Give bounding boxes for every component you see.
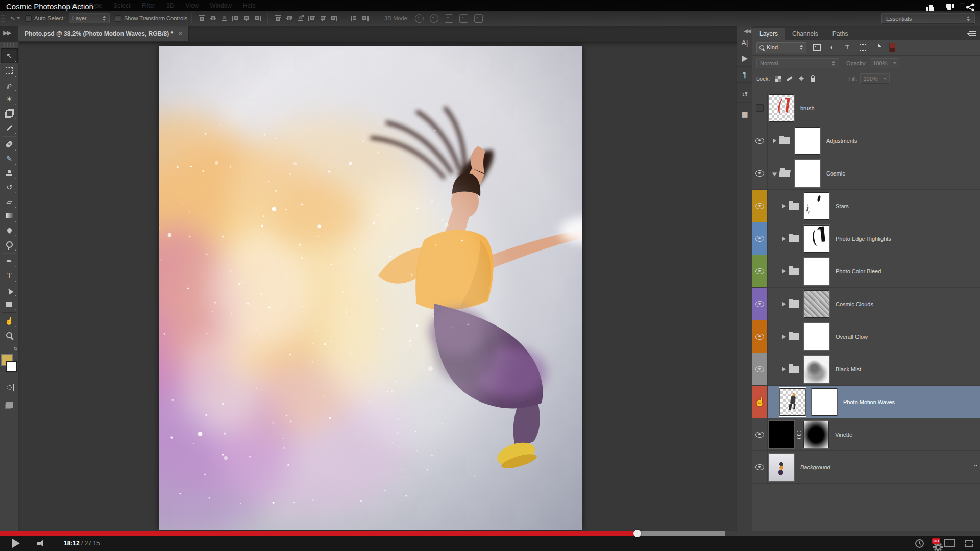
layer-row-vinette[interactable]: Vinette [752,418,980,451]
distribute-bottom-icon[interactable] [297,15,304,22]
swap-colors-icon[interactable]: ⇅ [6,346,17,352]
theater-mode-icon[interactable] [944,539,955,547]
panel-menu-icon[interactable] [968,30,976,36]
opacity-value[interactable]: 100% [870,58,899,68]
workspace-button[interactable]: Essentials [881,13,975,24]
align-bottom-icon[interactable] [220,15,228,22]
blur-tool[interactable] [1,223,17,237]
menu-view[interactable]: View [185,2,199,9]
character-panel-icon[interactable]: A| [737,35,752,51]
layer-color-label[interactable] [752,288,768,320]
menu-select[interactable]: Select [113,2,130,9]
filter-type-layers-icon[interactable]: T [842,43,852,52]
group-thumbnail[interactable] [795,160,820,187]
distribute-spacing-v-icon[interactable] [361,15,369,22]
visibility-toggle[interactable] [752,92,768,124]
3d-roll-icon[interactable] [430,14,438,23]
layer-name[interactable]: Photo Edge Highlights [836,236,891,242]
lock-transparency-icon[interactable] [774,75,781,82]
thumbs-up-icon[interactable] [926,4,935,11]
layer-mask-thumbnail[interactable] [812,388,837,416]
visibility-toggle[interactable] [752,418,768,450]
group-thumbnail[interactable] [804,290,829,318]
align-horizontal-center-icon[interactable] [243,15,251,22]
eye-icon[interactable] [755,334,764,340]
layer-color-label[interactable] [752,190,768,222]
paragraph-panel-icon[interactable]: ¶ [737,67,752,83]
layer-row-black-mist[interactable]: Black Mist [752,353,980,386]
kind-filter-dropdown[interactable]: Kind [756,42,806,53]
3d-drag-icon[interactable] [445,14,453,23]
lock-all-icon[interactable] [809,75,817,82]
spot-healing-tool[interactable] [1,137,17,152]
expand-caret-icon[interactable] [782,302,786,307]
group-thumbnail[interactable] [795,127,820,155]
tab-channels[interactable]: Channels [785,28,825,40]
align-vertical-center-icon[interactable] [209,15,217,22]
layer-row-overall-glow[interactable]: Overall Glow [752,320,980,353]
expand-caret-icon[interactable] [782,204,786,209]
distribute-spacing-h-icon[interactable] [350,15,358,22]
eye-icon[interactable] [755,236,764,242]
eye-icon[interactable] [755,170,764,177]
filter-toggle-switch[interactable] [889,43,895,52]
hand-tool[interactable]: ☝ [1,314,17,328]
align-top-icon[interactable] [198,15,206,22]
layer-thumbnail[interactable] [769,421,794,448]
distribute-vertical-center-icon[interactable] [285,15,293,22]
filter-adjustment-layers-icon[interactable]: ◐ [827,43,837,52]
layer-name[interactable]: Photo Motion Waves [843,399,895,405]
layer-row-photo-edge-highlights[interactable]: Photo Edge Highlights [752,222,980,255]
gradient-tool[interactable] [1,209,17,223]
volume-button[interactable] [37,540,45,547]
play-button[interactable] [12,539,20,548]
layer-name[interactable]: Cosmic Clouds [836,301,873,307]
eye-icon[interactable] [755,432,764,438]
layer-row-adjustments[interactable]: Adjustments [752,124,980,157]
collapse-caret-icon[interactable] [772,172,777,176]
tab-close-icon[interactable]: × [178,30,182,37]
align-right-icon[interactable] [254,15,262,22]
menu-window[interactable]: Window [210,2,232,9]
layer-name[interactable]: brush [800,105,815,111]
layer-name[interactable]: Photo Color Bleed [836,268,881,274]
layer-color-label[interactable] [752,222,768,255]
dock-collapse-icon[interactable]: ◀◀ [737,26,752,35]
quick-selection-tool[interactable]: ✶ [1,92,17,106]
3d-rotate-icon[interactable] [415,14,424,23]
lock-pixels-icon[interactable] [786,75,793,82]
layer-comps-panel-icon[interactable]: ▦ [737,107,752,122]
blend-mode-dropdown[interactable]: Normal [756,58,839,68]
menu-3d[interactable]: 3D [166,2,174,9]
dodge-tool[interactable] [1,237,17,252]
actions-panel-icon[interactable] [737,51,752,67]
clone-stamp-tool[interactable] [1,166,17,180]
expand-caret-icon[interactable] [782,334,786,339]
layer-color-label[interactable] [752,255,768,287]
distribute-left-icon[interactable] [308,15,315,22]
group-thumbnail[interactable] [804,225,829,253]
visibility-toggle[interactable] [752,157,768,189]
filter-smart-objects-icon[interactable] [873,43,883,52]
layer-thumbnail[interactable] [769,94,794,122]
align-left-icon[interactable] [232,15,239,22]
distribute-top-icon[interactable] [274,15,282,22]
eye-icon[interactable] [755,138,764,144]
group-thumbnail[interactable] [804,258,829,285]
layer-row-cosmic[interactable]: Cosmic [752,157,980,190]
visibility-toggle[interactable] [752,124,768,157]
distribute-right-icon[interactable] [330,15,338,22]
auto-select-checkbox[interactable] [25,15,32,22]
menu-help[interactable]: Help [243,2,256,9]
distribute-horizontal-center-icon[interactable] [319,15,327,22]
layer-row-cosmic-clouds[interactable]: Cosmic Clouds [752,288,980,320]
quick-mask-button[interactable] [1,380,17,394]
visibility-toggle[interactable] [752,451,768,483]
3d-scale-icon[interactable] [474,14,483,23]
history-brush-tool[interactable]: ↺ [1,180,17,194]
layer-color-label[interactable] [752,353,768,385]
3d-slide-icon[interactable] [459,14,468,23]
layer-name[interactable]: Vinette [835,432,852,438]
tool-preset-move[interactable]: ↖ [10,15,20,22]
menu-filter[interactable]: Filter [141,2,155,9]
